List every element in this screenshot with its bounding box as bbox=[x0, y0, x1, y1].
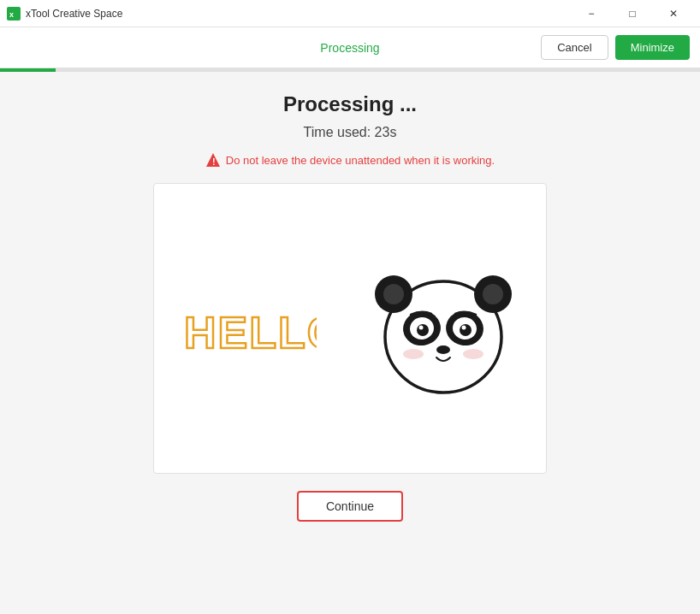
panda-image bbox=[366, 251, 520, 405]
svg-text:!: ! bbox=[212, 156, 216, 167]
processing-tab[interactable]: Processing bbox=[320, 41, 379, 55]
svg-text:x: x bbox=[9, 10, 14, 19]
svg-point-15 bbox=[460, 324, 472, 336]
hello-text: HELLO bbox=[180, 298, 317, 358]
svg-point-20 bbox=[463, 349, 483, 359]
app-title: xTool Creative Space bbox=[26, 8, 572, 20]
svg-point-16 bbox=[419, 326, 424, 330]
svg-text:HELLO: HELLO bbox=[184, 308, 317, 357]
maximize-window-button[interactable]: □ bbox=[613, 0, 652, 27]
cancel-button[interactable]: Cancel bbox=[541, 35, 608, 60]
main-content: Processing ... Time used: 23s ! Do not l… bbox=[0, 72, 700, 614]
time-used: Time used: 23s bbox=[304, 125, 397, 140]
warning-message: ! Do not leave the device unattended whe… bbox=[205, 152, 495, 168]
warning-icon: ! bbox=[205, 152, 221, 168]
processing-title: Processing ... bbox=[283, 92, 417, 116]
continue-button[interactable]: Continue bbox=[297, 491, 403, 522]
svg-point-17 bbox=[462, 326, 466, 330]
header-actions: Cancel Minimize bbox=[541, 35, 690, 60]
minimize-window-button[interactable]: − bbox=[572, 0, 611, 27]
close-window-button[interactable]: ✕ bbox=[654, 0, 693, 27]
svg-point-19 bbox=[403, 349, 424, 359]
preview-area: HELLO bbox=[153, 183, 547, 474]
svg-point-14 bbox=[417, 324, 429, 336]
svg-point-7 bbox=[383, 284, 404, 304]
minimize-button[interactable]: Minimize bbox=[615, 35, 690, 60]
svg-point-18 bbox=[436, 345, 450, 354]
header-bar: Processing Cancel Minimize bbox=[0, 27, 700, 68]
app-icon: x bbox=[7, 7, 21, 21]
title-bar: x xTool Creative Space − □ ✕ bbox=[0, 0, 700, 27]
warning-text: Do not leave the device unattended when … bbox=[226, 154, 495, 167]
svg-point-9 bbox=[483, 284, 503, 304]
window-controls: − □ ✕ bbox=[572, 0, 693, 27]
